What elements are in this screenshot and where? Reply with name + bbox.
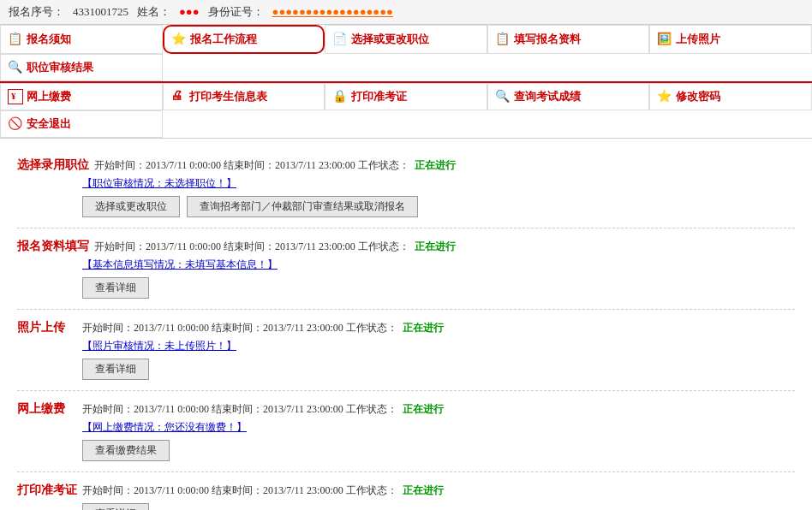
nav-item-dayin-zhunkaoz[interactable]: 🔒 打印准考证 — [325, 83, 487, 110]
search-chengji-icon: 🔍 — [495, 89, 510, 104]
doc-icon: 📄 — [332, 32, 348, 47]
exit-icon: 🚫 — [8, 116, 23, 132]
nav-item-xiugai-mima[interactable]: ⭐ 修改密码 — [649, 83, 812, 110]
yuan-icon: ¥ — [8, 89, 23, 104]
zhaopian-shangchuan-section-header: 照片上传开始时间：2013/7/11 0:00:00 结束时间：2013/7/1… — [17, 320, 795, 335]
header-bar: 报名序号： 4331001725 姓名： ●●● 身份证号： ●●●●●●●●●… — [0, 0, 812, 25]
nav-item-anquan-tuichu[interactable]: 🚫 安全退出 — [0, 110, 163, 138]
id-label: 身份证号： — [208, 4, 264, 20]
star2-icon: ⭐ — [657, 89, 672, 104]
wangshang-jiaofei-section-status: 正在进行 — [403, 402, 444, 417]
zhaopian-shangchuan-section-title: 照片上传 — [17, 320, 77, 335]
star-icon: ⭐ — [171, 32, 187, 47]
nav-row-1: 📋 报名须知 ⭐ 报名工作流程 📄 选择或更改职位 📋 填写报名资料 🖼️ 上传… — [0, 25, 812, 83]
nav-label-xiugai-mima: 修改密码 — [676, 89, 720, 104]
search-result-icon: 🔍 — [8, 60, 23, 75]
dayin-zhunkaoz-section-title: 打印准考证 — [17, 483, 77, 498]
dayin-zhunkaoz-section-btn-0[interactable]: 查看详细 — [82, 503, 149, 510]
nav-item-shangchuan-zhaopian[interactable]: 🖼️ 上传照片 — [649, 25, 812, 54]
zhaopian-shangchuan-section-status: 正在进行 — [403, 321, 444, 335]
dayin-zhunkaoz-section-header: 打印准考证开始时间：2013/7/11 0:00:00 结束时间：2013/7/… — [17, 483, 795, 498]
baoming-ziliao-section-buttons: 查看详细 — [82, 277, 795, 299]
nav-label-dayin-zhunkaoz: 打印准考证 — [351, 89, 407, 104]
wangshang-jiaofei-section-btn-0[interactable]: 查看缴费结果 — [82, 440, 170, 461]
xuanze-zhiwei-section-buttons: 选择或更改职位查询招考部门／仲裁部门审查结果或取消报名 — [82, 196, 795, 217]
wangshang-jiaofei-section: 网上缴费开始时间：2013/7/11 0:00:00 结束时间：2013/7/1… — [17, 391, 795, 472]
xuanze-zhiwei-section-time: 开始时间：2013/7/11 0:00:00 结束时间：2013/7/11 23… — [94, 158, 409, 173]
id-value: ●●●●●●●●●●●●●●●●●● — [272, 5, 393, 19]
baoming-ziliao-section-status: 正在进行 — [415, 240, 456, 254]
nav-item-bm-xuzhi[interactable]: 📋 报名须知 — [0, 25, 163, 54]
nav-item-liucheng[interactable]: ⭐ 报名工作流程 — [163, 25, 325, 54]
baoming-ziliao-section-info[interactable]: 【基本信息填写情况：未填写基本信息！】 — [82, 258, 795, 272]
xuanze-zhiwei-section-status: 正在进行 — [415, 158, 456, 173]
dayin-zhunkaoz-section-time: 开始时间：2013/7/11 0:00:00 结束时间：2013/7/11 23… — [82, 483, 397, 498]
xuanze-zhiwei-section-header: 选择录用职位开始时间：2013/7/11 0:00:00 结束时间：2013/7… — [17, 157, 795, 173]
baoming-ziliao-section-title: 报名资料填写 — [17, 239, 89, 254]
baoming-ziliao-section-btn-0[interactable]: 查看详细 — [82, 277, 149, 299]
nav-item-tianxie-ziliao[interactable]: 📋 填写报名资料 — [487, 25, 650, 54]
nav-label-tianxie-ziliao: 填写报名资料 — [514, 32, 581, 47]
baoming-ziliao-section-time: 开始时间：2013/7/11 0:00:00 结束时间：2013/7/11 23… — [94, 240, 409, 254]
wangshang-jiaofei-section-title: 网上缴费 — [17, 401, 77, 417]
nav-label-shangchuan-zhaopian: 上传照片 — [676, 32, 720, 47]
wangshang-jiaofei-section-time: 开始时间：2013/7/11 0:00:00 结束时间：2013/7/11 23… — [82, 402, 397, 417]
form-icon: 📋 — [495, 32, 510, 47]
nav-item-wangshang-jiaofei[interactable]: ¥ 网上缴费 — [0, 83, 163, 110]
nav-label-jiaofei: 网上缴费 — [27, 89, 71, 104]
dayin-zhunkaoz-section-status: 正在进行 — [403, 483, 444, 498]
xuanze-zhiwei-section-title: 选择录用职位 — [17, 157, 89, 173]
lock-icon: 🔒 — [332, 89, 348, 104]
xuanze-zhiwei-section-btn-0[interactable]: 选择或更改职位 — [82, 196, 180, 217]
printer-icon: 🖨 — [170, 89, 186, 104]
reg-no-label: 报名序号： — [9, 4, 64, 20]
nav-item-chaxun-chengji[interactable]: 🔍 查询考试成绩 — [487, 83, 650, 110]
name-label: 姓名： — [137, 4, 170, 20]
zhaopian-shangchuan-section-info[interactable]: 【照片审核情况：未上传照片！】 — [82, 339, 795, 353]
baoming-ziliao-section-header: 报名资料填写开始时间：2013/7/11 0:00:00 结束时间：2013/7… — [17, 239, 795, 254]
photo-icon: 🖼️ — [657, 32, 672, 47]
zhaopian-shangchuan-section-btn-0[interactable]: 查看详细 — [82, 359, 149, 380]
clipboard-icon: 📋 — [8, 32, 23, 47]
zhaopian-shangchuan-section-time: 开始时间：2013/7/11 0:00:00 结束时间：2013/7/11 23… — [82, 321, 397, 335]
zhaopian-shangchuan-section-buttons: 查看详细 — [82, 359, 795, 380]
nav-label-chaxun-chengji: 查询考试成绩 — [514, 89, 581, 104]
nav-label-bm-xuzhi: 报名须知 — [27, 32, 71, 47]
wangshang-jiaofei-section-buttons: 查看缴费结果 — [82, 440, 795, 461]
xuanze-zhiwei-section: 选择录用职位开始时间：2013/7/11 0:00:00 结束时间：2013/7… — [17, 147, 795, 228]
wangshang-jiaofei-section-header: 网上缴费开始时间：2013/7/11 0:00:00 结束时间：2013/7/1… — [17, 401, 795, 417]
nav-item-zhiwei-shenhe[interactable]: 🔍 职位审核结果 — [0, 54, 163, 81]
reg-no-value: 4331001725 — [73, 5, 128, 19]
baoming-ziliao-section: 报名资料填写开始时间：2013/7/11 0:00:00 结束时间：2013/7… — [17, 228, 795, 310]
zhaopian-shangchuan-section: 照片上传开始时间：2013/7/11 0:00:00 结束时间：2013/7/1… — [17, 310, 795, 391]
nav-label-zhiwei-shenhe: 职位审核结果 — [27, 60, 93, 75]
nav-label-dayin-kaosheng: 打印考生信息表 — [189, 89, 267, 104]
nav-row-2: ¥ 网上缴费 🖨 打印考生信息表 🔒 打印准考证 🔍 查询考试成绩 ⭐ 修改密码… — [0, 83, 812, 139]
name-value: ●●● — [179, 5, 200, 19]
dayin-zhunkaoz-section-buttons: 查看详细 — [82, 503, 795, 510]
xuanze-zhiwei-section-btn-1[interactable]: 查询招考部门／仲裁部门审查结果或取消报名 — [187, 196, 418, 217]
dayin-zhunkaoz-section: 打印准考证开始时间：2013/7/11 0:00:00 结束时间：2013/7/… — [17, 472, 795, 510]
wangshang-jiaofei-section-info[interactable]: 【网上缴费情况：您还没有缴费！】 — [82, 420, 795, 435]
nav-item-dayin-kaosheng[interactable]: 🖨 打印考生信息表 — [163, 83, 325, 110]
nav-label-xuanze-zhiwei: 选择或更改职位 — [351, 32, 429, 47]
nav-label-anquan-tuichu: 安全退出 — [27, 116, 71, 132]
main-content: 选择录用职位开始时间：2013/7/11 0:00:00 结束时间：2013/7… — [0, 139, 812, 510]
nav-item-xuanze-zhiwei[interactable]: 📄 选择或更改职位 — [325, 25, 487, 54]
xuanze-zhiwei-section-info[interactable]: 【职位审核情况：未选择职位！】 — [82, 176, 795, 191]
nav-label-liucheng: 报名工作流程 — [190, 32, 257, 47]
